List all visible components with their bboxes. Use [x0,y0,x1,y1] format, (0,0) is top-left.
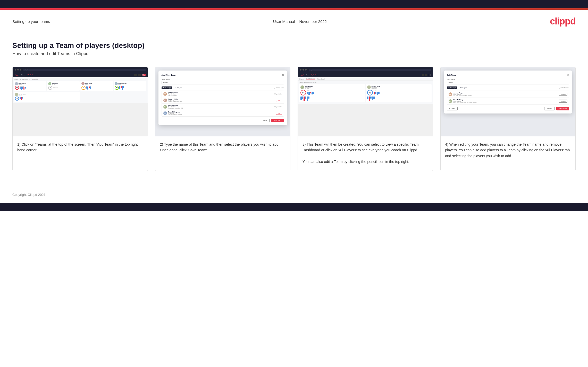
dialog-edit-close-icon[interactable]: ✕ [567,74,569,76]
card-3: clippd.io clippd Home My Performance ✏ [298,67,433,171]
edit-tab-all-players[interactable]: All Players [459,86,468,89]
edit-cancel-btn[interactable]: Cancel [544,107,555,110]
top-bar [0,0,588,8]
footer: Copyright Clippd 2021 [0,187,588,203]
add-player-btn[interactable]: Add [276,99,282,102]
bottom-bar [0,203,588,211]
card-1: clippd.io clippd Home My Performance Add… [12,67,148,171]
dialog-edit-label: Team Name * [447,78,569,80]
edit-filter-by-name: Filter by name [559,87,569,89]
card-1-text: 1) Click on 'Teams' at the top of the sc… [13,136,148,159]
tab-all-players[interactable]: All Players [174,86,183,89]
tab-my-team[interactable]: My Team (2) [162,86,172,89]
card-4-screenshot: Edit Team ✕ Team Name * Team A My Team (… [441,67,576,136]
header-manual-title: User Manual – November 2022 [273,19,327,24]
card-2-screenshot: Add New Team ✕ Team Name * Team A My Tea… [155,67,290,136]
card-2: Add New Team ✕ Team Name * Team A My Tea… [155,67,291,171]
remove-player-btn-1[interactable]: Remove [559,93,567,96]
dialog-add-team-name-input[interactable]: Team A [162,81,284,84]
save-team-btn[interactable]: Save Team [271,119,284,122]
clippd-logo: clippd [550,16,576,27]
player-added-label-2: Player Added [274,106,282,108]
card-2-text: 2) Type the name of this Team and then s… [155,136,290,159]
card-3-screenshot: clippd.io clippd Home My Performance ✏ [298,67,433,136]
edit-save-team-btn[interactable]: Save Team [556,107,569,110]
dialog-add-close-icon[interactable]: ✕ [282,74,284,76]
header-section-label: Setting up your teams [12,19,50,24]
player-added-label: Player Added [274,93,282,95]
dialog-edit-team-name-input[interactable]: Team A [447,81,569,84]
card-1-screenshot: clippd.io clippd Home My Performance Add… [13,67,148,136]
cards-row: clippd.io clippd Home My Performance Add… [12,67,576,171]
card-4-text: 4) When editing your Team, you can chang… [441,136,576,165]
card-4: Edit Team ✕ Team Name * Team A My Team (… [440,67,576,171]
remove-player-btn-2[interactable]: Remove [559,100,567,103]
dialog-add-title: Add New Team [162,74,176,76]
copyright: Copyright Clippd 2021 [12,193,46,197]
card-3-text: 3) This Team will then be created. You c… [298,136,433,171]
header-logo: clippd [550,16,576,27]
add-player-btn-2[interactable]: Add [276,112,282,115]
header: Setting up your teams User Manual – Nove… [0,10,588,31]
cancel-btn[interactable]: Cancel [259,119,270,122]
delete-btn[interactable]: 🗑 Delete [447,107,458,110]
dialog-edit-title: Edit Team [447,74,457,76]
page-subtitle: How to create and edit Teams in Clippd [12,51,576,56]
filter-by-name: Filter by name [274,87,284,89]
page-title: Setting up a Team of players (desktop) [12,41,576,50]
edit-tab-my-team[interactable]: My Team (2) [447,86,457,89]
page-content: Setting up a Team of players (desktop) H… [0,31,588,187]
dialog-add-label: Team Name * [162,78,284,80]
